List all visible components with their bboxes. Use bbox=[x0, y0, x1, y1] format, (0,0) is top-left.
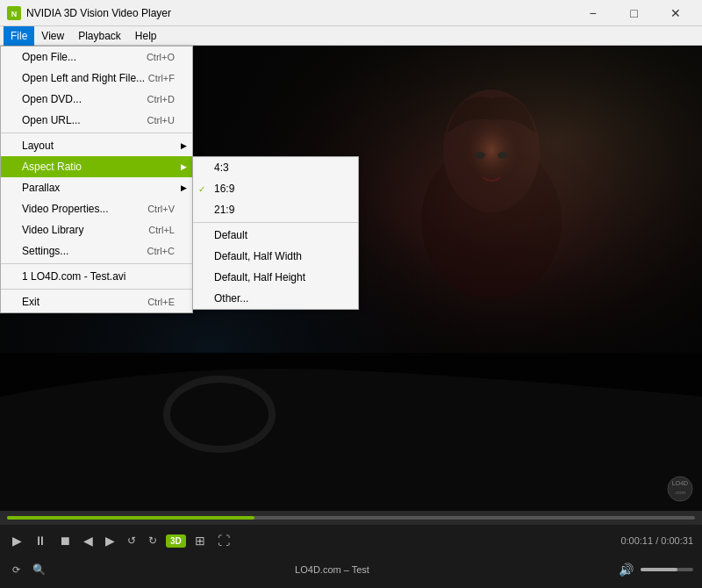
menu-exit[interactable]: Exit Ctrl+E bbox=[1, 291, 192, 312]
menu-parallax[interactable]: Parallax bbox=[1, 177, 192, 198]
aspect-default[interactable]: Default bbox=[193, 225, 358, 246]
menu-open-dvd[interactable]: Open DVD... Ctrl+D bbox=[1, 89, 192, 110]
aspect-16-9[interactable]: ✓ 16:9 bbox=[193, 178, 358, 199]
fullscreen-button[interactable]: ⛶ bbox=[214, 532, 233, 549]
aspect-4-3[interactable]: 4:3 bbox=[193, 157, 358, 178]
file-info-bar: LO4D.com - Test.avi bbox=[0, 583, 702, 588]
separator-1 bbox=[1, 133, 192, 133]
aspect-default-half-height[interactable]: Default, Half Height bbox=[193, 267, 358, 288]
track-title: LO4D.com – Test bbox=[295, 564, 369, 575]
progress-area bbox=[0, 511, 702, 525]
svg-text:.com: .com bbox=[674, 490, 685, 495]
lo4d-logo-icon: LO4D .com bbox=[667, 476, 693, 502]
menu-file[interactable]: File bbox=[4, 26, 34, 46]
stop-button[interactable]: ⏹ bbox=[55, 532, 75, 549]
watermark: LO4D .com bbox=[667, 476, 693, 502]
menu-open-file[interactable]: Open File... Ctrl+O bbox=[1, 47, 192, 68]
aspect-sep bbox=[193, 222, 358, 223]
volume-button[interactable]: 🔊 bbox=[615, 561, 637, 578]
app-icon: N bbox=[7, 6, 21, 20]
total-time: 0:00:31 bbox=[661, 535, 693, 546]
secondary-controls: ⟳ 🔍 LO4D.com – Test 🔊 bbox=[0, 556, 702, 583]
aspect-default-half-width[interactable]: Default, Half Width bbox=[193, 246, 358, 267]
prev-button[interactable]: ◀ bbox=[80, 532, 97, 549]
progress-fill bbox=[7, 516, 254, 520]
svg-text:N: N bbox=[11, 10, 18, 18]
fastforward-button[interactable]: ↻ bbox=[145, 533, 161, 549]
title-bar: N NVIDIA 3D Vision Video Player − □ ✕ bbox=[0, 0, 702, 26]
menu-settings[interactable]: Settings... Ctrl+C bbox=[1, 240, 192, 262]
left-secondary: ⟳ 🔍 bbox=[9, 562, 49, 577]
right-secondary: 🔊 bbox=[615, 561, 693, 578]
menu-video-properties[interactable]: Video Properties... Ctrl+V bbox=[1, 198, 192, 219]
menu-help[interactable]: Help bbox=[128, 26, 164, 46]
minimize-button[interactable]: − bbox=[573, 0, 612, 26]
window-controls: − □ ✕ bbox=[573, 0, 695, 26]
aspect-21-9[interactable]: 21:9 bbox=[193, 199, 358, 220]
menu-playback[interactable]: Playback bbox=[71, 26, 128, 46]
pause-button[interactable]: ⏸ bbox=[31, 532, 50, 549]
menu-video-library[interactable]: Video Library Ctrl+L bbox=[1, 219, 192, 240]
menu-layout[interactable]: Layout bbox=[1, 135, 192, 156]
menu-aspect-ratio[interactable]: Aspect Ratio 4:3 ✓ 16:9 21:9 De bbox=[1, 156, 192, 177]
volume-fill bbox=[641, 568, 677, 571]
maximize-button[interactable]: □ bbox=[614, 0, 654, 26]
separator-3 bbox=[1, 289, 192, 290]
search-button[interactable]: 🔍 bbox=[29, 562, 49, 577]
play-button[interactable]: ▶ bbox=[9, 532, 25, 549]
aspect-other[interactable]: Other... bbox=[193, 288, 358, 309]
check-16-9: ✓ bbox=[198, 184, 205, 194]
resize-button[interactable]: ⊞ bbox=[191, 532, 209, 549]
file-dropdown: Open File... Ctrl+O Open Left and Right … bbox=[0, 46, 193, 313]
menu-open-lr[interactable]: Open Left and Right File... Ctrl+F bbox=[1, 68, 192, 89]
aspect-ratio-submenu: 4:3 ✓ 16:9 21:9 Default Default, Hal bbox=[192, 156, 359, 310]
current-time: 0:00:11 bbox=[620, 535, 653, 546]
close-button[interactable]: ✕ bbox=[655, 0, 695, 26]
next-button[interactable]: ▶ bbox=[102, 532, 118, 549]
separator-2 bbox=[1, 263, 192, 264]
rewind-button[interactable]: ↺ bbox=[124, 533, 140, 549]
main-controls: ▶ ⏸ ⏹ ◀ ▶ ↺ ↻ 3D ⊞ ⛶ 0:00:11 / 0:00:31 bbox=[0, 525, 702, 556]
volume-slider[interactable] bbox=[641, 568, 693, 571]
menu-recent-file[interactable]: 1 LO4D.com - Test.avi bbox=[1, 266, 192, 287]
loop-button[interactable]: ⟳ bbox=[9, 563, 24, 577]
app-title: NVIDIA 3D Vision Video Player bbox=[26, 7, 573, 19]
time-display: 0:00:11 / 0:00:31 bbox=[620, 535, 693, 546]
menu-open-url[interactable]: Open URL... Ctrl+U bbox=[1, 110, 192, 131]
progress-track[interactable] bbox=[7, 516, 695, 520]
svg-text:LO4D: LO4D bbox=[672, 480, 688, 486]
3d-button[interactable]: 3D bbox=[166, 534, 186, 548]
menu-bar: File View Playback Help Open File... Ctr… bbox=[0, 26, 702, 46]
menu-view[interactable]: View bbox=[34, 26, 71, 46]
